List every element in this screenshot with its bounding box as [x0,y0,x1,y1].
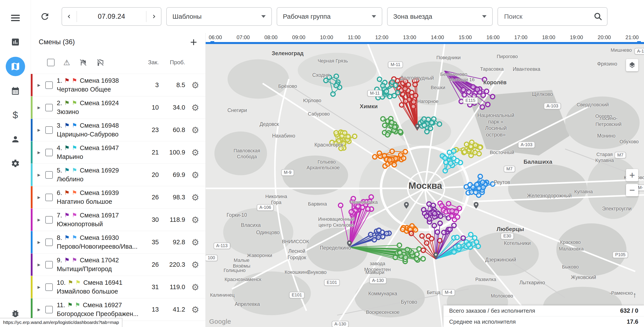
shift-row[interactable]: ▸10.⚑⚑Смена 16941Измайлово большое31119.… [31,276,206,298]
row-settings-icon[interactable]: ⚙ [185,282,206,292]
row-checkbox[interactable] [45,283,53,291]
row-settings-icon[interactable]: ⚙ [185,192,206,202]
select-all-checkbox[interactable] [47,59,54,66]
reports-icon[interactable] [8,35,23,49]
shift-row[interactable]: ▸11.⚑⚑Смена 16927Богородское Преображен.… [31,298,206,321]
expand-row-icon[interactable]: ▸ [31,194,45,201]
row-checkbox[interactable] [45,81,53,89]
shift-row[interactable]: ▸7.⚑⚑Смена 16917Южнопортовый30118.9⚙ [31,209,206,231]
shift-row[interactable]: ▸5.⚑⚑Смена 16929Люблино2069.9⚙ [31,164,206,186]
row-settings-icon[interactable]: ⚙ [185,260,206,270]
shift-row[interactable]: ▸2.⚑⚑Смена 16924Зюзино1034.0⚙ [31,96,206,119]
shift-flag-icon: ⚑ [64,167,70,173]
shift-name[interactable]: Смена 16939 [80,189,119,196]
timeline-hour-label: 19:00 [570,34,583,41]
shift-name[interactable]: Смена 16947 [80,144,119,152]
row-checkbox[interactable] [45,306,53,313]
shift-name[interactable]: Смена 16938 [80,77,119,84]
workgroup-dropdown[interactable]: Рабочая группа [277,7,382,26]
mileage-value: 119.0 [159,283,185,291]
expand-row-icon[interactable]: ▸ [31,171,45,178]
expand-row-icon[interactable]: ▸ [31,306,45,313]
shift-flag-icon: ⚑ [64,100,70,106]
row-checkbox[interactable] [45,261,53,268]
row-checkbox[interactable] [45,171,53,179]
stats-row-total: Всего заказов / без исполнителя 632 / 0 [444,305,644,316]
next-day-button[interactable] [146,8,161,25]
billing-icon[interactable]: $ [8,108,23,122]
expand-row-icon[interactable]: ▸ [31,284,45,290]
templates-dropdown[interactable]: Шаблоны [166,7,272,26]
timeline-hour-label: 13:00 [403,34,416,41]
expand-row-icon[interactable]: ▸ [31,104,45,111]
shift-name[interactable]: Смена 16924 [80,100,119,107]
row-checkbox[interactable] [45,216,53,224]
mileage-value: 41.2 [159,306,185,313]
shift-name[interactable]: Смена 16941 [83,279,122,286]
chevron-down-icon [261,15,266,18]
calendar-icon[interactable] [8,84,23,98]
prev-day-button[interactable] [62,8,76,25]
users-icon[interactable] [8,132,23,147]
shift-info: 1.⚑⚑Смена 16938Чертаново Общее [57,77,140,93]
shift-row[interactable]: ▸4.⚑⚑Смена 16947Марьино21100.9⚙ [31,141,206,164]
timeline-hour-label: 11:00 [348,34,360,41]
expand-row-icon[interactable]: ▸ [31,149,45,156]
row-settings-icon[interactable]: ⚙ [185,125,206,135]
zoom-in-button[interactable]: + [626,169,638,181]
row-checkbox[interactable] [45,104,53,111]
row-settings-icon[interactable]: ⚙ [185,215,206,225]
shift-name[interactable]: Смена 16930 [80,234,119,241]
shift-name[interactable]: Смена 16927 [83,301,122,309]
shift-row[interactable]: ▸1.⚑⚑Смена 16938Чертаново Общее38.5⚙ [31,74,206,96]
shift-row[interactable]: ▸9.⚑⚑Смена 17042Мытищи/Пригород26220.3⚙ [31,253,206,276]
shift-flag-icon: ⚑ [64,212,70,218]
shift-name[interactable]: Смена 16948 [80,122,119,129]
row-settings-icon[interactable]: ⚙ [185,103,206,113]
expand-row-icon[interactable]: ▸ [31,127,45,133]
row-number: 6. [57,189,62,196]
shift-name[interactable]: Смена 16929 [80,167,119,174]
shift-row[interactable]: ▸8.⚑⚑Смена 16930Перово/Новогиреево/Ива..… [31,231,206,253]
mileage-value: 118.9 [159,216,185,223]
date-value[interactable]: 07.09.24 [77,13,146,21]
expand-row-icon[interactable]: ▸ [31,239,45,246]
shift-flag2-icon: ⚑ [72,167,77,173]
row-checkbox[interactable] [45,238,53,246]
scroll-top-icon[interactable]: ↑ [633,291,636,299]
map[interactable]: ЗеленоградЧерная ГрязьПоведникиПироговоИ… [206,44,644,327]
expand-row-icon[interactable]: ▸ [31,82,45,89]
expand-row-icon[interactable]: ▸ [31,261,45,268]
row-checkbox[interactable] [45,126,53,134]
menu-icon[interactable] [8,11,23,25]
row-settings-icon[interactable]: ⚙ [185,304,206,315]
departure-zone-dropdown[interactable]: Зона выезда [387,7,493,26]
row-checkbox[interactable] [45,194,53,201]
add-shift-button[interactable]: + [188,36,199,48]
timeline-hour-label: 20:00 [598,34,611,41]
timeline-range-bar[interactable] [206,42,644,44]
search-input[interactable] [504,13,587,21]
shift-rows: ▸1.⚑⚑Смена 16938Чертаново Общее38.5⚙▸2.⚑… [31,74,206,327]
row-settings-icon[interactable]: ⚙ [185,237,206,247]
row-settings-icon[interactable]: ⚙ [185,147,206,158]
shift-row[interactable]: ▸3.⚑⚑Смена 16948Царицыно-Сабурово2360.8⚙ [31,119,206,141]
map-dashboard-icon[interactable] [6,57,25,76]
expand-row-icon[interactable]: ▸ [31,216,45,223]
shift-name[interactable]: Смена 17042 [80,257,119,264]
refresh-button[interactable] [38,10,52,24]
route-color-bar [31,119,32,141]
shift-name[interactable]: Смена 16917 [80,212,119,219]
timeline-hour-label: 08:00 [264,34,278,41]
row-checkbox[interactable] [45,149,53,156]
map-layers-button[interactable] [626,59,638,71]
mileage-value: 100.9 [159,149,185,156]
shift-row[interactable]: ▸6.⚑⚑Смена 16939Нагатино большое2698.3⚙ [31,186,206,209]
settings-icon[interactable] [8,156,23,171]
row-settings-icon[interactable]: ⚙ [185,170,206,180]
zoom-out-button[interactable]: − [626,184,638,196]
shift-info: 4.⚑⚑Смена 16947Марьино [57,144,140,160]
row-settings-icon[interactable]: ⚙ [185,80,206,90]
route-color-bar [31,164,32,186]
shift-flag2-icon: ⚑ [72,212,77,218]
